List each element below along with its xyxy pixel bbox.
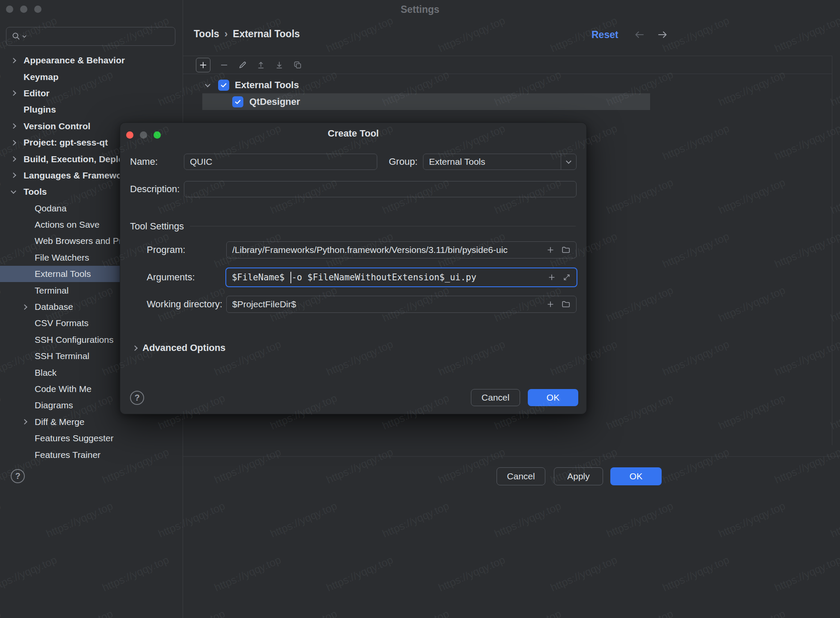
sidebar-item-label: Version Control [24,121,90,131]
name-input[interactable] [190,157,371,167]
breadcrumb-parent[interactable]: Tools [194,28,219,40]
back-arrow-icon[interactable] [633,28,646,41]
arguments-field[interactable]: $FileName$ -o $FileNameWithoutExtension$… [225,267,577,287]
tree-row-qtdesigner[interactable]: QtDesigner [202,93,650,110]
arrow-down-to-line-icon [275,60,284,70]
reset-link[interactable]: Reset [592,29,618,41]
chevron-right-icon[interactable] [8,141,19,145]
working-directory-value: $ProjectFileDir$ [232,299,296,309]
dialog-cancel-button[interactable]: Cancel [471,389,520,406]
breadcrumb-current: External Tools [233,28,300,40]
program-label: Program: [147,242,185,258]
search-options-caret-icon [22,35,27,38]
check-icon [234,98,242,106]
insert-macro-plus-icon[interactable] [547,273,556,282]
group-value: External Tools [423,157,485,167]
dialog-help-button[interactable]: ? [130,391,144,405]
external-tools-toolbar [183,56,832,74]
chevron-right-icon[interactable] [19,420,30,424]
arguments-value-before-caret: $FileName$ [232,272,290,282]
description-field[interactable] [184,181,577,197]
ok-button[interactable]: OK [610,467,662,485]
sidebar-item-keymap[interactable]: Keymap [0,68,182,85]
sidebar-item-features-trainer[interactable]: Features Trainer [0,446,182,463]
chevron-right-icon[interactable] [19,305,30,309]
sidebar-item-label: Code With Me [35,384,92,394]
check-icon [220,81,228,89]
copy-tool-button[interactable] [293,60,302,70]
sidebar-item-label: SSH Configurations [35,335,113,345]
copy-icon [293,60,302,70]
sidebar-item-appearance-behavior[interactable]: Appearance & Behavior [0,52,182,68]
sidebar-item-plugins[interactable]: Plugins [0,101,182,118]
chevron-right-icon[interactable] [8,59,19,62]
advanced-options-toggle[interactable]: Advanced Options [133,342,225,354]
insert-macro-plus-icon[interactable] [546,300,555,309]
add-tool-button[interactable] [196,58,210,72]
qtdesigner-checkbox[interactable] [232,96,243,107]
import-tool-button[interactable] [275,60,284,70]
sidebar-item-label: Diff & Merge [35,417,84,427]
tool-settings-section-title: Tool Settings [130,221,184,232]
dialog-title: Create Tool [120,128,586,139]
arrow-up-from-line-icon [256,60,266,70]
breadcrumb-separator-icon: › [225,28,228,40]
section-divider [190,226,576,226]
sidebar-item-label: CSV Formats [35,318,89,328]
tree-child-label: QtDesigner [249,96,300,107]
plus-icon [198,60,208,70]
chevron-right-icon[interactable] [8,91,19,95]
remove-tool-button[interactable] [219,60,229,70]
sidebar-item-label: Features Trainer [35,450,101,460]
search-icon [12,32,27,41]
tree-root-label: External Tools [235,80,299,91]
sidebar-item-label: Diagrams [35,400,73,410]
dropdown-chevron-icon[interactable] [561,154,576,169]
cancel-button[interactable]: Cancel [497,467,545,485]
sidebar-item-diff-merge[interactable]: Diff & Merge [0,414,182,430]
search-box[interactable] [6,27,175,46]
help-glyph: ? [134,393,139,403]
sidebar-item-label: Appearance & Behavior [24,55,125,65]
help-button[interactable]: ? [11,469,25,483]
chevron-right-icon[interactable] [8,124,19,128]
search-input[interactable] [29,32,170,42]
forward-arrow-icon[interactable] [656,28,669,41]
tree-row-external-tools[interactable]: External Tools [202,77,299,93]
chevron-right-icon[interactable] [8,173,19,177]
chevron-down-icon[interactable] [8,191,19,193]
minus-icon [219,60,229,70]
expand-field-icon[interactable] [562,273,571,282]
browse-folder-icon[interactable] [561,245,571,255]
window-titlebar: Settings [0,0,840,19]
arguments-value-after-caret: -o $FileNameWithoutExtension$_ui.py [292,272,476,282]
sidebar-item-label: Project: gpt-sess-qt [24,137,108,148]
breadcrumb: Tools › External Tools [194,28,300,40]
help-glyph: ? [15,471,20,481]
browse-folder-icon[interactable] [561,300,571,309]
sidebar-item-label: Tools [24,187,47,197]
group-label: Group: [389,154,417,170]
export-tool-button[interactable] [256,60,266,70]
chevron-down-icon[interactable] [202,84,213,86]
arguments-label: Arguments: [147,269,195,285]
sidebar-item-editor[interactable]: Editor [0,85,182,101]
chevron-right-icon [132,345,138,351]
description-input[interactable] [190,184,571,194]
apply-button[interactable]: Apply [554,467,603,485]
working-directory-label: Working directory: [147,296,222,312]
dialog-ok-button[interactable]: OK [528,389,578,406]
external-tools-checkbox[interactable] [218,80,229,91]
chevron-right-icon[interactable] [8,157,19,161]
sidebar-item-label: Qodana [35,203,67,214]
edit-tool-button[interactable] [238,60,247,70]
group-dropdown[interactable]: External Tools [423,154,577,170]
sidebar-item-features-suggester[interactable]: Features Suggester [0,430,182,446]
sidebar-item-label: Keymap [24,72,59,82]
program-field[interactable]: /Library/Frameworks/Python.framework/Ver… [226,241,577,258]
sidebar-item-label: File Watchers [35,253,89,263]
working-directory-field[interactable]: $ProjectFileDir$ [226,296,577,313]
name-field[interactable] [184,154,377,170]
insert-macro-plus-icon[interactable] [546,246,555,254]
sidebar-item-label: SSH Terminal [35,351,89,361]
